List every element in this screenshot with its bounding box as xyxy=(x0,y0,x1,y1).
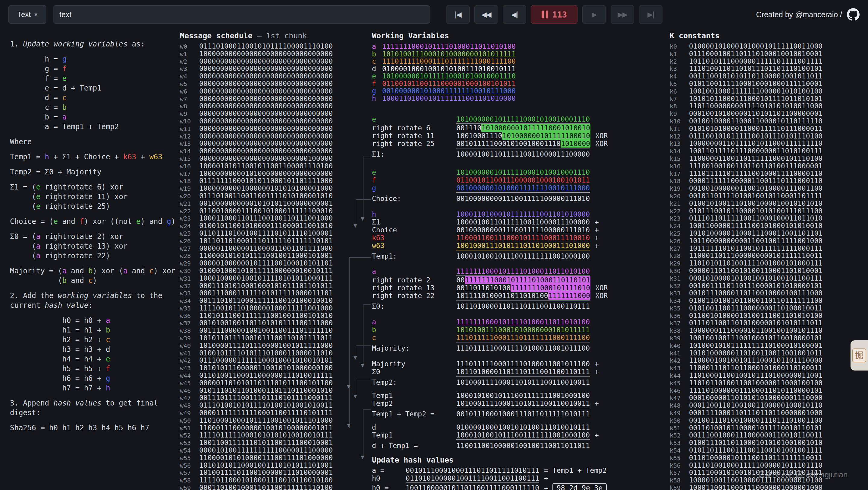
k-constant-row: k2201011100101100001010100111011100 xyxy=(670,208,823,215)
schedule-row: w4310101011100000110010101000000100 xyxy=(180,365,333,372)
skip-to-start-icon: |◀ xyxy=(455,10,461,19)
row-label: w31 xyxy=(180,275,199,282)
operand-row: Temp110001010010111001111111001000100 xyxy=(372,392,673,400)
row-label: k6 xyxy=(670,88,689,95)
k-constant-row: k4900011110001101110110110000001000 xyxy=(670,409,823,417)
sha256-visualizer-app: { "colors":{"a":"#d163e8","b":"#93c755",… xyxy=(0,0,868,490)
row-label: k28 xyxy=(670,253,689,260)
explanation-line: Sha256 = h0 h1 h2 h3 h4 h5 h6 h7 xyxy=(10,423,179,433)
binary-value: 10000000001000000101010100001000 xyxy=(199,185,333,192)
schedule-row: w3511110010110100000100011111001000 xyxy=(180,305,333,312)
rotated-bits-highlight: 101000000101111100010 xyxy=(502,132,590,140)
row-label: w23 xyxy=(180,215,199,222)
binary-value: 00000000000000000000000000000000 xyxy=(199,58,333,65)
play-button[interactable]: ▶ xyxy=(582,5,606,24)
binary-value: 00100000000111001111100000111010 xyxy=(456,195,590,202)
explanation-line: 3. Append hash values to get final xyxy=(10,398,179,408)
k-constant-row: k1900100100000011001010000111001100 xyxy=(670,185,823,193)
juejin-float-button[interactable]: 掘 xyxy=(850,340,868,371)
operand-row: right rotate 221011110100011011010100111… xyxy=(372,292,673,300)
schedule-row: w300000000000000000000000000000000 xyxy=(180,65,333,73)
working-variables-title: Working Variables xyxy=(372,31,673,40)
binary-value: 00000100000010111100100010101101 xyxy=(199,260,333,267)
step-back-button[interactable]: ◀| xyxy=(503,5,526,24)
operand-row: Σ110000100110111110011000011100000+ xyxy=(372,218,673,226)
row-label: k54 xyxy=(670,447,689,454)
binary-value: 00101110001000111011011111010111 xyxy=(406,466,539,474)
binary-value: 10100000010111110001010010001110 xyxy=(456,168,590,176)
k-constant-row: k710101011000111000101111011010101 xyxy=(670,95,823,103)
schedule-row: w1610000101011001011001100001110100 xyxy=(180,163,333,170)
schedule-row: w5011010001000101111001001011101000 xyxy=(180,417,333,425)
operator-suffix: + xyxy=(544,474,548,482)
row-label: k8 xyxy=(670,103,689,110)
row-label: w37 xyxy=(180,320,199,327)
explanation-line: (a rightrotate 13) xor xyxy=(10,241,179,251)
skip-to-start-button[interactable]: |◀ xyxy=(446,5,470,24)
k-constant-row: k610010010001111111000001010100100 xyxy=(670,88,823,95)
pause-button[interactable]: 113 xyxy=(531,5,578,24)
k-constant-row: k2510101000001100011100011001101101 xyxy=(670,230,823,237)
working-variable-row: b10101001110001010000000101011111 xyxy=(372,50,673,58)
explanation-line: h2 = h2 + c xyxy=(10,335,179,345)
operator-suffix: + xyxy=(595,242,599,250)
fast-forward-icon: ▶▶ xyxy=(618,10,627,19)
input-type-select[interactable]: Text ▾ xyxy=(8,5,46,24)
row-label: k3 xyxy=(670,65,689,73)
working-variable-row: c11101111100011101111111000111100 xyxy=(372,58,673,65)
binary-value: 10011011110111000000011010100111 xyxy=(689,148,823,155)
row-label: w18 xyxy=(180,178,199,185)
rotated-bits-highlight: 1111111000101111010 xyxy=(510,284,590,292)
skip-to-end-button[interactable]: ▶| xyxy=(639,5,662,24)
schedule-row: w1400000000000000000000000000000000 xyxy=(180,148,333,155)
schedule-row: w5111000111000000010010100000001011 xyxy=(180,425,333,432)
k-constant-row: k3910010010011100100010110010000101 xyxy=(670,335,823,342)
binary-value: 00110110101001111111000101111010 xyxy=(456,284,590,292)
row-label: w28 xyxy=(180,253,199,260)
chunk-subtitle: — 1st chunk xyxy=(257,31,307,40)
arrow-down-icon: ▼ xyxy=(361,363,364,368)
credit-text: Created by @manceraio / xyxy=(756,10,842,19)
binary-value: 01110001001101110100010010010001 xyxy=(689,50,823,58)
binary-value: 10000001110000101100100100101110 xyxy=(689,327,823,334)
schedule-row: w4401101001100011000000111010011111 xyxy=(180,372,333,380)
explanation-line: current hash value: xyxy=(10,300,179,310)
k-constant-row: k001000010100010100010111110011000 xyxy=(670,43,823,50)
k-constant-row: k1000100100001100011000010110111110 xyxy=(670,118,823,125)
k-constant-row: k1410011011110111000000011010100111 xyxy=(670,148,823,155)
calc-block: e10100000010111110001010010001110f011001… xyxy=(372,168,673,202)
explanation-line: h4 = h4 + e xyxy=(10,354,179,364)
row-label: a = xyxy=(372,466,406,474)
k-constant-row: k4311000111011011000101000110100011 xyxy=(670,365,823,372)
binary-value: 00111111100010111101000110110101 xyxy=(456,276,590,284)
row-label: w9 xyxy=(180,110,199,118)
binary-value: 00100000000001010101100000000001 xyxy=(199,200,333,207)
explanation-line: (a rightrotate 22) xyxy=(10,251,179,261)
binary-value: 10000000110111101011000111111110 xyxy=(689,140,823,147)
row-label: right rotate 11 xyxy=(372,132,456,140)
row-label: w27 xyxy=(180,245,199,253)
operand-row: b10101001110001010000000101011111 xyxy=(372,326,673,334)
github-icon[interactable] xyxy=(847,8,860,21)
operand-row: Σ010110100001101110111001100110111+ xyxy=(372,368,673,377)
k-constant-row: k2301110110111110011000100011011010 xyxy=(670,215,823,222)
row-label: k2 xyxy=(670,58,689,65)
binary-value: 10110101110000001111101111001111 xyxy=(689,58,823,65)
row-label: w3 xyxy=(180,65,199,73)
row-label: w10 xyxy=(180,118,199,125)
message-input[interactable] xyxy=(53,5,430,24)
fast-forward-button[interactable]: ▶▶ xyxy=(611,5,634,24)
pause-icon xyxy=(546,10,548,19)
binary-value: 10011000001111100101000101010010 xyxy=(689,222,823,230)
prev-chunk-button[interactable]: ◀◀ xyxy=(474,5,498,24)
binary-value: 11101111101111100100011110000110 xyxy=(689,170,823,177)
playback-controls: |◀◀◀◀|113▶▶▶▶| xyxy=(446,5,662,24)
binary-value: 00000000000000000000000000000000 xyxy=(199,125,333,133)
row-label: k53 xyxy=(670,440,689,447)
k-constant-row: k5401011011100111001100101001001111 xyxy=(670,447,823,454)
row-label: k26 xyxy=(670,238,689,245)
arrow-down-icon: ▼ xyxy=(347,423,350,428)
prev-chunk-icon: ◀◀ xyxy=(481,10,491,19)
row-label: w12 xyxy=(180,133,199,140)
row-label: k23 xyxy=(670,215,689,222)
